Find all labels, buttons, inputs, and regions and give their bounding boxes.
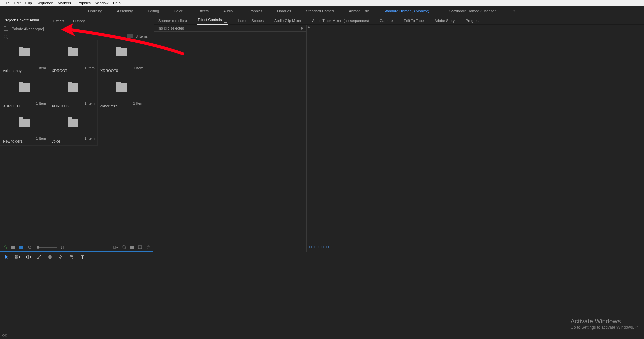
ws-tab-effects[interactable]: Effects xyxy=(190,6,216,16)
tab-effect-controls-label: Effect Controls xyxy=(198,18,222,22)
ws-tab-color[interactable]: Color xyxy=(166,6,190,16)
bins-grid: voicenahayi 1 Item XDROOT 1 Item XDROOT0… xyxy=(0,40,153,243)
ws-tab-satandard-hamed-3mon[interactable]: Satandard Hamed 3 Monitor xyxy=(442,6,503,16)
ws-overflow-button[interactable]: » xyxy=(513,9,515,13)
tab-progress[interactable]: Progress xyxy=(465,17,481,24)
bin-item[interactable]: XDROOT1 1 Item xyxy=(0,75,49,110)
bin-name: voice xyxy=(52,139,60,143)
bin-count: 1 Item xyxy=(133,66,143,70)
search-icon xyxy=(4,35,7,38)
menu-help[interactable]: Help xyxy=(111,0,123,6)
expand-icon[interactable] xyxy=(301,27,303,30)
track-select-tool[interactable] xyxy=(15,254,21,260)
bin-item[interactable]: New folder1 1 Item xyxy=(0,110,49,146)
effect-controls-body: (no clip selected) 00;00;00;00 xyxy=(154,25,644,252)
tab-source[interactable]: Source: (no clips) xyxy=(158,17,188,24)
os-menu-bar: File Edit Clip Sequence Markers Graphics… xyxy=(0,0,644,6)
folder-icon xyxy=(116,48,127,56)
tab-history[interactable]: History xyxy=(72,17,85,25)
bin-name: New folder1 xyxy=(3,139,23,143)
menu-clip[interactable]: Clip xyxy=(23,0,34,6)
panel-menu-icon[interactable] xyxy=(431,10,435,12)
timecode[interactable]: 00;00;00;00 xyxy=(309,245,329,249)
bin-count: 1 Item xyxy=(84,66,95,70)
find-icon[interactable] xyxy=(121,245,126,249)
menu-file[interactable]: File xyxy=(1,0,12,6)
bin-count: 1 Item xyxy=(133,101,143,105)
collapse-icon[interactable] xyxy=(307,26,310,28)
project-panel-footer xyxy=(0,243,153,251)
icon-view-icon[interactable] xyxy=(19,245,24,249)
svg-point-1 xyxy=(28,246,31,249)
ws-tab-ahmad-edit[interactable]: Ahmad_Edit xyxy=(341,6,376,16)
folder-icon xyxy=(19,48,30,56)
tab-capture[interactable]: Capture xyxy=(379,17,393,24)
tab-edit-to-tape[interactable]: Edit To Tape xyxy=(403,17,424,24)
ws-tab-editing[interactable]: Editing xyxy=(141,6,167,16)
new-bin-icon[interactable] xyxy=(129,245,134,249)
ripple-edit-tool[interactable] xyxy=(25,254,32,260)
ws-tab-assembly[interactable]: Assembly xyxy=(110,6,141,16)
tab-project[interactable]: Project: Pakate Akhar xyxy=(3,16,45,25)
slip-tool[interactable] xyxy=(47,254,53,260)
tab-audio-track-mixer[interactable]: Audio Track Mixer: (no sequences) xyxy=(311,17,370,24)
tools-panel xyxy=(0,252,644,262)
link-icon[interactable] xyxy=(2,334,7,338)
bin-name: akhar reza xyxy=(100,104,118,108)
list-view-icon[interactable] xyxy=(11,245,16,249)
panel-menu-icon[interactable] xyxy=(42,21,45,23)
bin-item[interactable]: voicenahayi 1 Item xyxy=(0,40,49,75)
bin-item[interactable]: akhar reza 1 Item xyxy=(98,75,146,110)
bin-item[interactable]: voice 1 Item xyxy=(49,110,98,146)
new-item-icon[interactable] xyxy=(138,245,142,249)
bin-count: 1 Item xyxy=(36,66,46,70)
menu-graphics[interactable]: Graphics xyxy=(73,0,93,6)
tab-adobe-story[interactable]: Adobe Story xyxy=(434,17,455,24)
tab-effects[interactable]: Effects xyxy=(53,17,65,25)
freeform-view-icon[interactable] xyxy=(27,245,32,249)
export-frame-icon[interactable]: ▸/▪ xyxy=(627,325,632,329)
pen-tool[interactable] xyxy=(58,254,64,260)
clear-icon[interactable] xyxy=(146,245,150,249)
selection-tool[interactable] xyxy=(4,254,10,260)
tab-effect-controls[interactable]: Effect Controls xyxy=(197,16,228,24)
ws-tab-learning[interactable]: Learning xyxy=(80,6,110,16)
bin-item[interactable]: XDROOT 1 Item xyxy=(49,40,98,75)
bin-name: XDROOT1 xyxy=(3,104,21,108)
rolling-edit-tool[interactable] xyxy=(36,254,42,260)
panel-menu-icon[interactable] xyxy=(224,21,227,23)
project-panel-tabs: Project: Pakate Akhar Effects History xyxy=(0,16,153,25)
effect-controls-list: (no clip selected) xyxy=(154,25,307,252)
bin-name: XDROOT xyxy=(52,69,67,73)
hand-tool[interactable] xyxy=(68,254,74,260)
folder-icon xyxy=(68,119,78,127)
bin-item[interactable]: XDROOT2 1 Item xyxy=(49,75,98,110)
thumbnail-size-slider[interactable] xyxy=(37,247,57,248)
ws-tab-standard-hamed-3mon[interactable]: Standard Hamed(3 Monitor) xyxy=(376,6,442,16)
storyboard-icon[interactable] xyxy=(127,34,133,38)
menu-markers[interactable]: Markers xyxy=(55,0,73,6)
activate-windows-watermark: Activate Windows Go to Settings to activ… xyxy=(571,318,634,330)
rw-toggle-icon[interactable] xyxy=(3,245,8,249)
tab-lumetri-scopes[interactable]: Lumetri Scopes xyxy=(237,17,264,24)
automate-to-sequence-icon[interactable] xyxy=(113,245,118,249)
menu-sequence[interactable]: Sequence xyxy=(34,0,56,6)
bin-count: 1 Item xyxy=(36,101,46,105)
ws-tab-audio[interactable]: Audio xyxy=(216,6,240,16)
project-search-input[interactable] xyxy=(9,34,127,38)
ws-tab-standard-hamed[interactable]: Standard Hamed xyxy=(299,6,341,16)
ws-tab-libraries[interactable]: Libraries xyxy=(270,6,299,16)
sort-icon[interactable] xyxy=(60,245,65,249)
ws-tab-graphics[interactable]: Graphics xyxy=(240,6,270,16)
folder-icon xyxy=(116,83,127,92)
tab-audio-clip-mixer[interactable]: Audio Clip Mixer xyxy=(274,17,302,24)
open-bin-icon[interactable]: ↗ xyxy=(635,325,638,329)
item-count: 8 Items xyxy=(136,34,150,38)
type-tool[interactable] xyxy=(79,254,85,260)
menu-window[interactable]: Window xyxy=(93,0,111,6)
svg-rect-0 xyxy=(4,247,7,249)
project-icon xyxy=(4,27,8,31)
bin-count: 1 Item xyxy=(36,136,46,140)
menu-edit[interactable]: Edit xyxy=(12,0,23,6)
bin-item[interactable]: XDROOT0 1 Item xyxy=(98,40,146,75)
